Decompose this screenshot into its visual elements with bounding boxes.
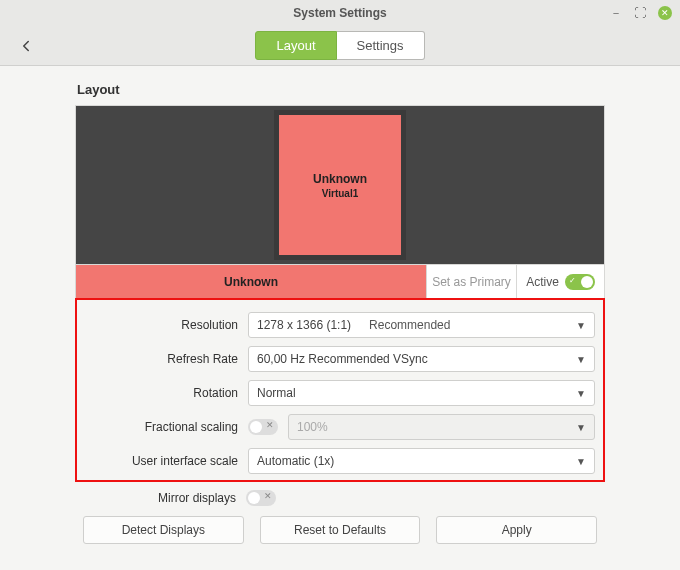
check-icon: ✓ [569,276,576,285]
mirror-toggle[interactable]: ✕ [246,490,276,506]
chevron-down-icon: ▼ [576,320,586,331]
resolution-value: 1278 x 1366 (1:1) [257,318,351,332]
titlebar: System Settings － ⛶ ✕ [0,0,680,26]
tab-layout[interactable]: Layout [255,31,336,60]
highlight-region: Resolution 1278 x 1366 (1:1) Recommended… [75,298,605,482]
set-primary-button[interactable]: Set as Primary [426,265,516,298]
resolution-label: Resolution [85,318,240,332]
display-layout-canvas[interactable]: Unknown Virtual1 [75,105,605,265]
toggle-knob [250,421,262,433]
window-controls: － ⛶ ✕ [610,0,672,26]
display-name: Unknown [313,172,367,186]
fractional-value: 100% [297,420,328,434]
refresh-value: 60,00 Hz Recommended VSync [257,352,428,366]
refresh-label: Refresh Rate [85,352,240,366]
apply-button[interactable]: Apply [436,516,597,544]
window-title: System Settings [293,6,386,20]
arrow-left-icon [17,37,35,55]
reset-defaults-button[interactable]: Reset to Defaults [260,516,421,544]
display-box[interactable]: Unknown Virtual1 [274,110,406,260]
resolution-combo[interactable]: 1278 x 1366 (1:1) Recommended ▼ [248,312,595,338]
x-icon: ✕ [264,491,272,501]
back-button[interactable] [14,34,38,58]
display-badge[interactable]: Unknown [76,265,426,298]
tab-group: Layout Settings [255,31,424,60]
fractional-combo: 100% ▼ [288,414,595,440]
chevron-down-icon: ▼ [576,456,586,467]
display-header-row: Unknown Set as Primary Active ✓ [75,265,605,299]
chevron-down-icon: ▼ [576,422,586,433]
uiscale-value: Automatic (1x) [257,454,334,468]
active-label: Active [526,275,559,289]
close-button[interactable]: ✕ [658,6,672,20]
x-icon: ✕ [266,420,274,430]
button-row: Detect Displays Reset to Defaults Apply [83,516,597,544]
active-cell: Active ✓ [516,265,604,298]
rotation-value: Normal [257,386,296,400]
fractional-toggle[interactable]: ✕ [248,419,278,435]
mirror-label: Mirror displays [83,491,238,505]
fractional-label: Fractional scaling [85,420,240,434]
rotation-label: Rotation [85,386,240,400]
page-body: Layout Unknown Virtual1 Unknown Set as P… [0,66,680,570]
minimize-button[interactable]: － [610,7,622,19]
active-toggle[interactable]: ✓ [565,274,595,290]
chevron-down-icon: ▼ [576,388,586,399]
display-port: Virtual1 [322,188,359,199]
uiscale-label: User interface scale [85,454,240,468]
section-title: Layout [77,82,603,97]
uiscale-combo[interactable]: Automatic (1x) ▼ [248,448,595,474]
toggle-knob [248,492,260,504]
display-inner: Unknown Virtual1 [279,115,401,255]
tab-settings[interactable]: Settings [337,31,425,60]
chevron-down-icon: ▼ [576,354,586,365]
detect-displays-button[interactable]: Detect Displays [83,516,244,544]
toggle-knob [581,276,593,288]
refresh-combo[interactable]: 60,00 Hz Recommended VSync ▼ [248,346,595,372]
maximize-button[interactable]: ⛶ [634,7,646,19]
toolbar: Layout Settings [0,26,680,66]
rotation-combo[interactable]: Normal ▼ [248,380,595,406]
resolution-extra: Recommended [369,318,450,332]
